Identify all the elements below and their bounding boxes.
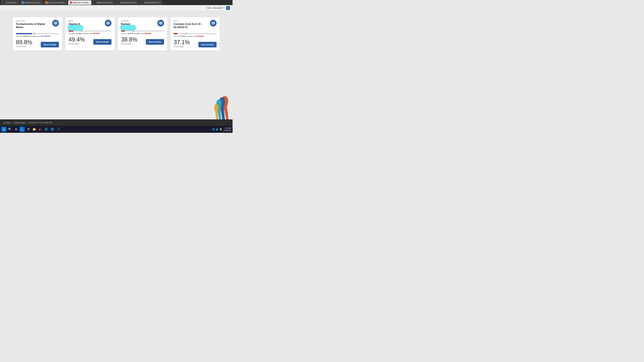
course-icon — [157, 20, 164, 26]
volume-icon: 🔊 — [216, 128, 218, 131]
taskbar-right: 🌐 🔊 🔋 2:42 PM 2/16/2022 — [212, 127, 231, 132]
course-icon — [105, 20, 112, 26]
grade-label: Actual Grade — [16, 45, 32, 47]
taskbar-app-edge[interactable]: e — [20, 127, 24, 132]
system-clock: 2:42 PM 2/16/2022 — [224, 127, 231, 132]
tab-favicon — [3, 1, 5, 4]
clock-time: 2:42 PM — [224, 127, 231, 129]
tab-favicon — [94, 1, 96, 4]
footer-divider: | — [26, 121, 27, 124]
next-activity-button[interactable]: Next Activity — [198, 42, 216, 47]
user-greeting[interactable]: Hello, Alexander ▼ — [207, 7, 224, 9]
windows-taskbar: ⊞ 🔍 ⧉ e 🔎 📁 ▶ 🖼 🌐 🎵 🌐 🔊 🔋 2:42 PM 2/16/2… — [0, 126, 232, 133]
progress-text: You are: 9.27% complete and BEHIND — [174, 35, 216, 37]
card-subject: SCIENCE — [121, 20, 156, 22]
progress-bar-fill — [16, 33, 32, 34]
course-icon — [52, 20, 59, 26]
card-header: ELECTIVES Fundamentals of Digital Media — [16, 20, 59, 29]
next-activity-button[interactable]: Next Activity — [41, 42, 59, 47]
taskbar-app-browser[interactable]: 🌐 — [50, 127, 55, 132]
footer: cy Policy | Terms of Use | Copyright © 2… — [0, 119, 232, 126]
decorative-graphic — [198, 84, 232, 119]
progress-bar-container — [174, 33, 216, 34]
tab-favicon — [45, 1, 48, 4]
card-subject: MATH — [68, 20, 103, 22]
add-button[interactable]: + — [226, 6, 230, 10]
tab-favicon — [22, 1, 24, 4]
privacy-blur-overlay — [120, 25, 136, 31]
taskbar-search-button[interactable]: 🔍 — [7, 127, 12, 132]
status-badge: BEHIND — [144, 32, 151, 34]
next-activity-button[interactable]: Next Activity — [93, 39, 112, 45]
grade-row: 38.8% Actual Grade Next Activity — [121, 37, 164, 45]
taskbar-task-view[interactable]: ⧉ — [14, 127, 18, 132]
grade-label: Actual Grade — [68, 43, 85, 45]
taskbar-app-files[interactable]: 📁 — [32, 127, 37, 132]
tab-favicon — [117, 1, 120, 4]
taskbar-app-search[interactable]: 🔎 — [26, 127, 31, 132]
grade-area: 37.1% Actual Grade — [174, 39, 190, 47]
grade-row: 37.1% Actual Grade Next Activity — [174, 39, 216, 47]
card-title: Common Core ELA 10 - ELA3010 IC — [174, 22, 208, 29]
taskbar-app-music[interactable]: 🎵 — [56, 127, 61, 132]
progress-section: You are: 8.67% complete and BEHIND — [121, 30, 164, 34]
progress-text: You are: 11.18% complete and BEHIND — [68, 32, 112, 34]
card-title: Fundamentals of Digital Media — [16, 22, 51, 29]
card-title-area: ELECTIVES Fundamentals of Digital Media — [16, 20, 51, 29]
card-subject: ELA — [174, 20, 208, 22]
footer-divider: | — [12, 121, 12, 124]
progress-text: You are: 8.67% complete and BEHIND — [121, 32, 164, 34]
courses-grid: ELECTIVES Fundamentals of Digital Media — [13, 17, 220, 51]
grade-value: 49.4% — [68, 37, 85, 42]
taskbar-app-photos[interactable]: 🖼 — [44, 127, 49, 132]
tab-favicon — [141, 1, 144, 4]
network-icon: 🌐 — [212, 128, 215, 131]
grade-value: 38.8% — [121, 37, 137, 42]
course-icon — [210, 20, 216, 26]
tab-favicon — [70, 1, 72, 4]
svg-point-7 — [108, 23, 108, 23]
course-card-ela: ELA Common Core ELA 10 - ELA3010 IC — [170, 17, 220, 51]
grade-value: 89.8% — [16, 39, 32, 45]
tab-paraphrasing[interactable]: Paraphrasing Tool |... — [20, 0, 43, 5]
system-tray: 🌐 🔊 🔋 — [212, 128, 222, 131]
taskbar-left: ⊞ 🔍 ⧉ e 🔎 📁 ▶ 🖼 🌐 🎵 — [1, 127, 61, 132]
grade-value: 37.1% — [174, 39, 190, 45]
next-activity-button[interactable]: Next Activity — [146, 39, 164, 45]
card-title-area: ELA Common Core ELA 10 - ELA3010 IC — [174, 20, 208, 29]
windows-start-button[interactable]: ⊞ — [1, 127, 6, 132]
grade-label: Actual Grade — [174, 45, 190, 47]
grade-area: 38.8% Actual Grade — [121, 37, 137, 45]
progress-bar-container — [16, 33, 59, 34]
svg-point-15 — [213, 23, 214, 23]
chevron-down-icon: ▼ — [223, 7, 224, 9]
status-badge: ON TARGET — [40, 35, 51, 37]
progress-section: You are: 9.27% complete and BEHIND — [174, 33, 216, 37]
grade-row: 49.4% Actual Grade Next Activity — [68, 37, 112, 45]
tab-edgenuity[interactable]: Edgenuity for Stude... — [68, 0, 91, 5]
tab-acrobat[interactable]: Adobe Acrobat Pro... — [92, 0, 115, 5]
tab-creative-cloud[interactable]: Adobe Creative Clo... — [116, 0, 139, 5]
progress-marker — [186, 32, 186, 35]
progress-text: You are: 38.73% complete and ON TARGET — [16, 35, 59, 37]
terms-of-use-link[interactable]: Terms of Use — [14, 121, 25, 124]
privacy-blur-overlay — [68, 25, 84, 31]
progress-section: You are: 38.73% complete and ON TARGET — [16, 33, 59, 37]
progress-bar-fill — [174, 33, 178, 34]
svg-point-3 — [55, 23, 56, 23]
privacy-policy-link[interactable]: cy Policy — [3, 121, 11, 124]
clock-date: 2/16/2022 — [224, 129, 231, 131]
tab-premiere[interactable]: Adobe Premiere Pr... — [140, 0, 162, 5]
card-header: ELA Common Core ELA 10 - ELA3010 IC — [174, 20, 216, 29]
footer-policy-text: cy Policy — [3, 121, 11, 124]
grade-area: 89.8% Actual Grade — [16, 39, 32, 47]
main-content: ELECTIVES Fundamentals of Digital Media — [0, 11, 232, 119]
tab-guidance[interactable]: Guidance Su... — [1, 0, 19, 5]
browser-tab-bar: Guidance Su... Paraphrasing Tool |... Co… — [0, 0, 232, 5]
course-card-biology: SCIENCE Biology — [118, 17, 167, 51]
status-badge: BEHIND — [93, 32, 100, 34]
taskbar-app-media[interactable]: ▶ — [38, 127, 43, 132]
tab-coursehero[interactable]: Course Hero | Make... — [44, 0, 67, 5]
status-badge: BEHIND — [197, 35, 204, 37]
svg-point-11 — [160, 23, 161, 23]
